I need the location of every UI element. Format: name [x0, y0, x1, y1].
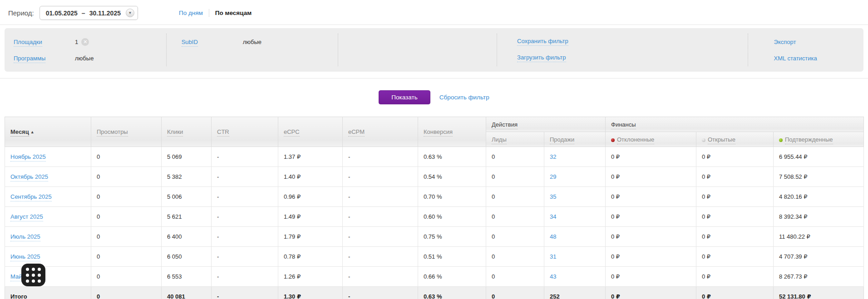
filter-col-empty [338, 34, 497, 66]
sales-cell: 43 [544, 267, 606, 287]
programs-value: любые [75, 55, 94, 62]
col-header-ecpc[interactable]: eCPC [278, 117, 343, 147]
ctr-cell: - [212, 187, 278, 207]
col-header-open[interactable]: Открытые [696, 132, 774, 147]
confirmed-cell: 4 707.39 ₽ [774, 247, 864, 267]
views-cell: 0 [91, 247, 162, 267]
remove-platform-icon[interactable]: ✕ [81, 38, 89, 46]
totals-label: Итого [5, 287, 91, 299]
month-link[interactable]: Август 2025 [10, 213, 43, 221]
show-button[interactable]: Показать [379, 90, 430, 104]
table-row: Август 2025 0 5 621 - 1.49 ₽ - 0.60 % 0 … [5, 207, 864, 227]
filter-col-save-load: Сохранить фильтр Загрузить фильтр [497, 34, 747, 66]
month-link[interactable]: Июнь 2025 [10, 253, 40, 261]
sales-link[interactable]: 48 [550, 233, 556, 240]
date-dash: – [82, 10, 85, 17]
leads-cell: 0 [486, 247, 544, 267]
tab-by-months[interactable]: По месяцам [215, 10, 252, 16]
ctr-cell: - [212, 247, 278, 267]
date-from: 01.05.2025 [46, 10, 78, 17]
open-cell: 0 ₽ [696, 207, 774, 227]
xml-stats-link[interactable]: XML статистика [774, 55, 817, 62]
sales-link[interactable]: 43 [550, 273, 556, 280]
totals-confirmed: 52 131.80 ₽ [774, 287, 864, 299]
ecpm-cell: - [343, 207, 418, 227]
declined-cell: 0 ₽ [606, 187, 696, 207]
ecpm-cell: - [343, 247, 418, 267]
programs-filter-link[interactable]: Программы [14, 55, 45, 63]
table-row: Октябрь 2025 0 5 382 - 1.40 ₽ - 0.54 % 0… [5, 167, 864, 187]
export-link[interactable]: Экспорт [774, 39, 796, 45]
views-cell: 0 [91, 227, 162, 247]
col-header-leads[interactable]: Лиды [486, 132, 544, 147]
totals-views: 0 [91, 287, 162, 299]
totals-ctr: - [212, 287, 278, 299]
ctr-cell: - [212, 267, 278, 287]
col-header-views[interactable]: Просмотры [91, 117, 162, 147]
month-cell: Май 2025 [5, 267, 91, 287]
col-header-month[interactable]: Месяц▲ [5, 117, 91, 147]
conversion-cell: 0.75 % [418, 227, 486, 247]
load-filter-link[interactable]: Загрузить фильтр [517, 54, 566, 62]
col-header-clicks[interactable]: Клики [162, 117, 212, 147]
filter-panel: Площадки 1 ✕ Программы любые SubID любые… [5, 28, 863, 72]
sales-cell: 34 [544, 207, 606, 227]
views-cell: 0 [91, 147, 162, 167]
tab-by-days[interactable]: По дням [179, 10, 203, 16]
month-cell: Июль 2025 [5, 227, 91, 247]
filter-col-subid: SubID любые [166, 34, 338, 66]
col-header-sales[interactable]: Продажи [544, 132, 606, 147]
totals-conversion: 0.63 % [418, 287, 486, 299]
date-range-input[interactable]: 01.05.2025 – 30.11.2025 ▼ [39, 6, 138, 20]
sales-link[interactable]: 34 [550, 213, 556, 220]
clicks-cell: 6 553 [162, 267, 212, 287]
month-link[interactable]: Июль 2025 [10, 233, 40, 241]
month-link[interactable]: Октябрь 2025 [10, 173, 48, 181]
month-cell: Ноябрь 2025 [5, 147, 91, 167]
ecpc-cell: 1.26 ₽ [278, 267, 343, 287]
save-filter-link[interactable]: Сохранить фильтр [517, 38, 568, 46]
confirmed-cell: 8 267.73 ₽ [774, 267, 864, 287]
views-cell: 0 [91, 207, 162, 227]
ctr-cell: - [212, 207, 278, 227]
sales-link[interactable]: 32 [550, 153, 556, 160]
tab-separator [209, 9, 209, 17]
sales-link[interactable]: 35 [550, 193, 556, 200]
app-grid-floating-button[interactable] [21, 264, 45, 286]
col-header-ctr[interactable]: CTR [212, 117, 278, 147]
confirmed-cell: 7 508.52 ₽ [774, 167, 864, 187]
ecpm-cell: - [343, 167, 418, 187]
declined-cell: 0 ₽ [606, 267, 696, 287]
month-link[interactable]: Ноябрь 2025 [10, 153, 46, 162]
leads-cell: 0 [486, 187, 544, 207]
ecpc-cell: 1.37 ₽ [278, 147, 343, 167]
views-cell: 0 [91, 167, 162, 187]
group-header-actions[interactable]: Действия [486, 117, 606, 132]
clicks-cell: 5 382 [162, 167, 212, 187]
confirmed-cell: 4 820.16 ₽ [774, 187, 864, 207]
confirmed-cell: 6 955.44 ₽ [774, 147, 864, 167]
filter-row-subid: SubID любые [167, 34, 338, 50]
conversion-cell: 0.60 % [418, 207, 486, 227]
platforms-filter-link[interactable]: Площадки [14, 39, 42, 47]
col-header-conversion[interactable]: Конверсия [418, 117, 486, 147]
leads-cell: 0 [486, 267, 544, 287]
col-header-declined[interactable]: Отклоненные [606, 132, 696, 147]
filter-col-platforms: Площадки 1 ✕ Программы любые [5, 34, 166, 66]
subid-filter-link[interactable]: SubID [182, 39, 198, 47]
col-header-ecpm[interactable]: eCPM [343, 117, 418, 147]
confirmed-cell: 8 392.34 ₽ [774, 207, 864, 227]
sales-link[interactable]: 31 [550, 253, 556, 260]
totals-ecpc: 1.30 ₽ [278, 287, 343, 299]
ecpc-cell: 1.40 ₽ [278, 167, 343, 187]
reset-filter-link[interactable]: Сбросить фильтр [439, 94, 489, 101]
ecpm-cell: - [343, 267, 418, 287]
view-tabs: По дням По месяцам [179, 9, 252, 17]
col-header-confirmed[interactable]: Подтвержденные [774, 132, 864, 147]
calendar-dropdown-icon[interactable]: ▼ [126, 9, 134, 17]
table-row: Июль 2025 0 6 400 - 1.79 ₽ - 0.75 % 0 48… [5, 227, 864, 247]
month-link[interactable]: Сентябрь 2025 [10, 193, 52, 201]
sales-link[interactable]: 29 [550, 173, 556, 180]
group-header-finance[interactable]: Финансы [606, 117, 864, 132]
totals-declined: 0 ₽ [606, 287, 696, 299]
